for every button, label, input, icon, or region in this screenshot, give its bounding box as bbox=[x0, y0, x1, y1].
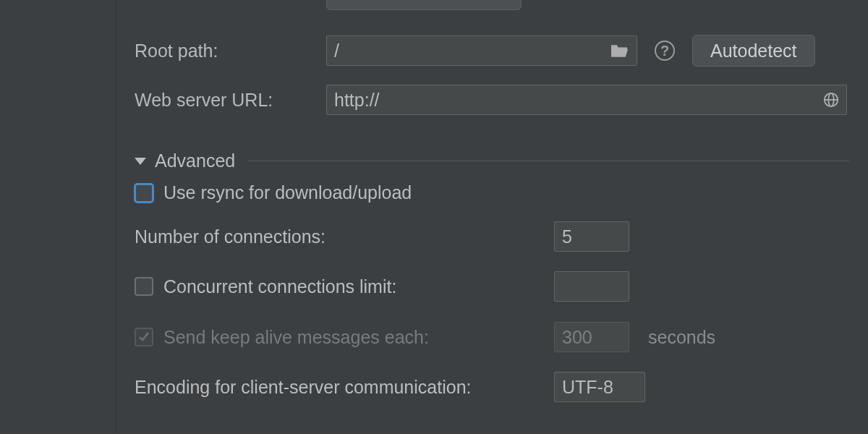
encoding-value: UTF-8 bbox=[562, 377, 613, 398]
folder-open-icon[interactable] bbox=[609, 43, 629, 59]
encoding-field[interactable]: UTF-8 bbox=[554, 372, 645, 402]
advanced-section-header[interactable]: Advanced bbox=[135, 150, 849, 171]
concurrent-limit-label: Concurrent connections limit: bbox=[163, 276, 554, 297]
keep-alive-field: 300 bbox=[554, 322, 629, 352]
deployment-connection-panel: Root path: / ? Autodetect Web server URL… bbox=[135, 0, 849, 434]
concurrent-limit-checkbox[interactable] bbox=[135, 277, 153, 296]
chevron-down-icon bbox=[135, 158, 146, 165]
web-server-url-row: Web server URL: http:// bbox=[135, 85, 849, 115]
keep-alive-value: 300 bbox=[562, 327, 592, 348]
root-path-value: / bbox=[334, 41, 609, 61]
check-icon bbox=[138, 331, 150, 343]
settings-tree-separator bbox=[116, 0, 116, 434]
root-path-label: Root path: bbox=[135, 41, 326, 61]
num-connections-value: 5 bbox=[562, 226, 572, 247]
encoding-label: Encoding for client-server communication… bbox=[135, 377, 554, 398]
concurrent-limit-field[interactable] bbox=[554, 271, 629, 302]
num-connections-field[interactable]: 5 bbox=[554, 221, 629, 252]
use-rsync-checkbox[interactable] bbox=[135, 184, 153, 203]
section-divider bbox=[248, 161, 849, 161]
autodetect-button[interactable]: Autodetect bbox=[692, 35, 815, 67]
root-path-field[interactable]: / bbox=[326, 35, 637, 66]
encoding-row: Encoding for client-server communication… bbox=[135, 372, 849, 402]
use-rsync-label: Use rsync for download/upload bbox=[163, 182, 412, 203]
web-server-url-value: http:// bbox=[334, 90, 823, 111]
keep-alive-label: Send keep alive messages each: bbox=[163, 327, 554, 348]
keep-alive-suffix: seconds bbox=[648, 327, 715, 348]
keep-alive-row: Send keep alive messages each: 300 secon… bbox=[135, 322, 849, 352]
help-icon[interactable]: ? bbox=[655, 41, 675, 61]
concurrent-limit-row: Concurrent connections limit: bbox=[135, 271, 849, 302]
web-server-url-label: Web server URL: bbox=[135, 90, 326, 111]
advanced-section-title: Advanced bbox=[155, 150, 235, 171]
test-connection-button[interactable] bbox=[326, 0, 522, 10]
num-connections-label: Number of connections: bbox=[135, 226, 554, 247]
keep-alive-checkbox bbox=[135, 328, 153, 346]
root-path-row: Root path: / ? Autodetect bbox=[135, 35, 849, 67]
autodetect-label: Autodetect bbox=[710, 41, 797, 61]
use-rsync-row: Use rsync for download/upload bbox=[135, 182, 849, 203]
web-server-url-field[interactable]: http:// bbox=[326, 85, 847, 115]
globe-icon[interactable] bbox=[823, 92, 839, 108]
num-connections-row: Number of connections: 5 bbox=[135, 221, 849, 252]
